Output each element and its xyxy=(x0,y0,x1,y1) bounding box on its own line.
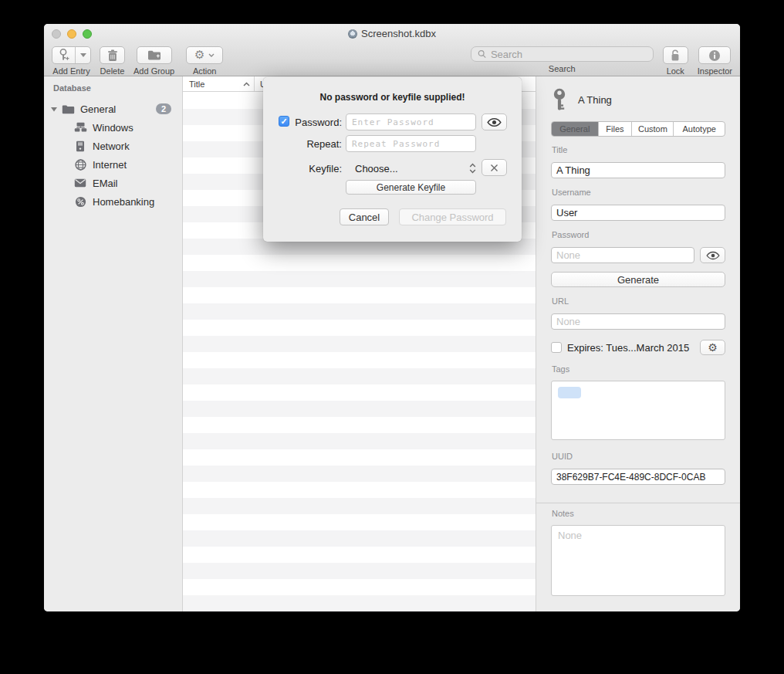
gear-icon: ⚙ xyxy=(194,49,204,61)
url-label: URL xyxy=(552,297,725,306)
chevron-down-icon xyxy=(208,53,215,57)
eye-icon xyxy=(487,117,502,127)
desktop: { "window": { "title": "Screenshot.kdbx"… xyxy=(0,0,784,674)
tab-files[interactable]: Files xyxy=(598,122,632,136)
section-divider xyxy=(536,503,740,503)
window-title-text: Screenshot.kdbx xyxy=(361,28,436,39)
folder-icon xyxy=(61,103,75,115)
tab-label: Custom xyxy=(638,124,667,134)
titlebar: Screenshot.kdbx xyxy=(44,24,740,44)
sidebar-item-network[interactable]: Network xyxy=(44,137,182,155)
expires-checkbox[interactable] xyxy=(551,342,562,353)
add-group-label: Add Group xyxy=(133,66,174,76)
checkmark-icon: ✓ xyxy=(280,117,287,126)
envelope-icon xyxy=(73,177,87,189)
inspector-label: Inspector xyxy=(698,66,732,76)
toolbar-item-lock: Lock xyxy=(663,46,688,76)
key-plus-icon[interactable] xyxy=(52,47,76,63)
entry-count-badge: 2 xyxy=(156,103,171,114)
repeat-password-input[interactable] xyxy=(346,135,476,152)
tab-label: Autotype xyxy=(682,124,715,134)
add-entry-dropdown[interactable] xyxy=(76,47,90,63)
workgroup-icon xyxy=(73,121,87,134)
expires-settings-button[interactable]: ⚙ xyxy=(700,340,725,355)
tab-label: Files xyxy=(606,124,623,134)
add-entry-button[interactable] xyxy=(52,46,91,64)
title-label: Title xyxy=(552,146,725,154)
username-field[interactable] xyxy=(551,205,725,221)
username-label: Username xyxy=(552,188,725,197)
toolbar-item-search: Search xyxy=(471,46,654,73)
tab-label: General xyxy=(559,124,590,134)
column-header-label: Title xyxy=(189,80,204,89)
url-field[interactable] xyxy=(551,313,725,330)
toolbar-item-delete: Delete xyxy=(100,46,125,76)
entry-header: A Thing xyxy=(551,88,725,111)
password-checkbox[interactable]: ✓ xyxy=(279,116,289,127)
notes-field[interactable] xyxy=(551,525,725,596)
sidebar-item-general[interactable]: General 2 xyxy=(44,100,182,118)
disclosure-triangle-icon[interactable] xyxy=(50,105,58,113)
sidebar-item-label: Windows xyxy=(93,122,133,134)
tags-label: Tags xyxy=(552,365,725,374)
keyfile-popup[interactable]: Choose... xyxy=(346,161,476,176)
search-icon xyxy=(478,49,486,59)
lock-button[interactable] xyxy=(663,46,688,64)
inspector-tabs: General Files Custom Autotype xyxy=(551,121,725,137)
add-entry-label: Add Entry xyxy=(52,66,90,76)
toolbar-item-add-group: Add Group xyxy=(133,46,174,76)
folder-plus-icon xyxy=(147,49,161,61)
keyfile-selected-value: Choose... xyxy=(346,163,398,174)
password-label: Password: xyxy=(291,117,342,128)
uuid-label: UUID xyxy=(552,452,725,461)
cancel-button[interactable]: Cancel xyxy=(340,208,389,225)
tags-field[interactable] xyxy=(551,381,725,440)
action-button[interactable]: ⚙ xyxy=(186,46,223,64)
key-icon xyxy=(551,88,568,111)
reveal-password-button[interactable] xyxy=(700,247,725,263)
clear-keyfile-button[interactable] xyxy=(482,159,507,176)
password-row xyxy=(551,247,725,263)
password-label: Password xyxy=(552,231,725,239)
toolbar-item-action: ⚙ Action xyxy=(186,46,223,76)
password-field[interactable] xyxy=(551,247,694,263)
sidebar-item-label: Network xyxy=(93,141,130,152)
change-password-button[interactable]: Change Password xyxy=(399,208,506,225)
search-field[interactable] xyxy=(471,46,654,62)
toolbar-item-inspector: Inspector xyxy=(698,46,732,76)
sidebar-item-windows[interactable]: Windows xyxy=(44,118,182,137)
enter-password-input[interactable] xyxy=(346,113,476,130)
window-title: Screenshot.kdbx xyxy=(44,28,740,39)
search-input[interactable] xyxy=(489,48,647,61)
inspector-button[interactable] xyxy=(698,46,731,64)
tab-custom[interactable]: Custom xyxy=(631,122,673,136)
title-field[interactable] xyxy=(551,162,725,178)
tag-token[interactable] xyxy=(558,387,581,398)
lock-label: Lock xyxy=(667,66,684,76)
generate-keyfile-button[interactable]: Generate Keyfile xyxy=(346,180,476,195)
sidebar-item-label: General xyxy=(80,103,116,115)
tab-general[interactable]: General xyxy=(552,122,598,136)
sidebar-item-label: Homebanking xyxy=(93,196,154,208)
trash-icon xyxy=(107,49,118,62)
uuid-field[interactable] xyxy=(551,469,725,485)
reveal-password-button[interactable] xyxy=(482,113,507,130)
tab-autotype[interactable]: Autotype xyxy=(673,122,725,136)
sidebar-item-email[interactable]: EMail xyxy=(44,174,182,192)
change-password-label: Change Password xyxy=(411,212,493,223)
sidebar-header: Database xyxy=(44,83,182,93)
add-group-button[interactable] xyxy=(137,46,172,64)
delete-button[interactable] xyxy=(100,46,125,64)
change-password-dialog: No password or keyfile supplied! ✓ Passw… xyxy=(263,77,522,242)
sidebar-item-label: EMail xyxy=(93,178,118,189)
eye-icon xyxy=(706,251,720,260)
sidebar-item-internet[interactable]: Internet xyxy=(44,155,182,174)
toolbar-item-add-entry: Add Entry xyxy=(52,46,91,76)
column-header-title[interactable]: Title xyxy=(183,76,255,91)
sidebar-item-label: Internet xyxy=(93,159,127,171)
sidebar-item-homebanking[interactable]: Homebanking xyxy=(44,192,182,211)
close-icon xyxy=(490,164,498,172)
generate-password-button[interactable]: Generate xyxy=(551,272,725,287)
info-icon xyxy=(708,49,721,62)
keyfile-label: Keyfile: xyxy=(291,163,342,174)
